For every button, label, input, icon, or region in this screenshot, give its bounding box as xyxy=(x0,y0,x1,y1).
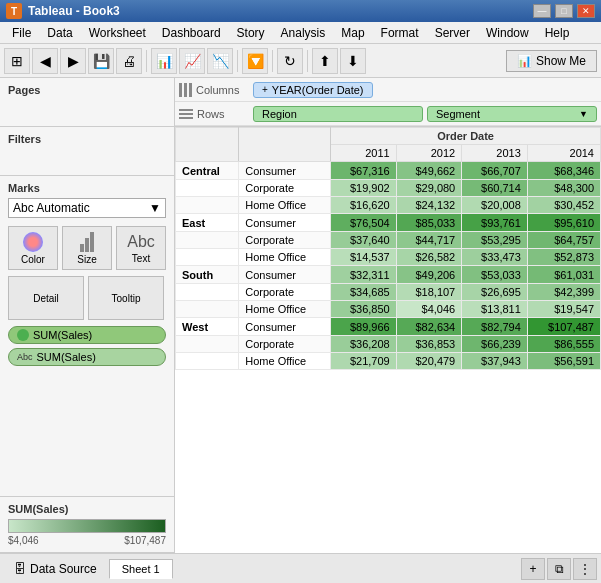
region-cell: East xyxy=(176,214,239,232)
region-cell xyxy=(176,197,239,214)
toolbar-filter-btn[interactable]: 🔽 xyxy=(242,48,268,74)
region-cell: Central xyxy=(176,162,239,180)
toolbar-grid-btn[interactable]: ⊞ xyxy=(4,48,30,74)
value-cell: $85,033 xyxy=(396,214,462,232)
toolbar-forward-btn[interactable]: ▶ xyxy=(60,48,86,74)
left-panel: Pages Filters Marks Abc Automatic ▼ Colo… xyxy=(0,78,175,553)
value-cell: $53,295 xyxy=(462,232,528,249)
toolbar-refresh-btn[interactable]: ↻ xyxy=(277,48,303,74)
segment-cell: Consumer xyxy=(239,266,331,284)
sum-sales-pill2[interactable]: Abc SUM(Sales) xyxy=(8,348,166,366)
sheet1-tab[interactable]: Sheet 1 xyxy=(109,559,173,579)
menu-window[interactable]: Window xyxy=(478,24,537,42)
sum-sales-pill1[interactable]: SUM(Sales) xyxy=(8,326,166,344)
show-me-button[interactable]: 📊 Show Me xyxy=(506,50,597,72)
duplicate-btn[interactable]: ⧉ xyxy=(547,558,571,580)
sheet-options-btn[interactable]: ⋮ xyxy=(573,558,597,580)
value-cell: $36,208 xyxy=(331,336,397,353)
order-date-header: Order Date xyxy=(331,128,601,145)
year-order-date-pill[interactable]: + YEAR(Order Date) xyxy=(253,82,373,98)
region-cell: South xyxy=(176,266,239,284)
segment-cell: Home Office xyxy=(239,249,331,266)
year-pill-icon: + xyxy=(262,84,268,95)
toolbar-back-btn[interactable]: ◀ xyxy=(32,48,58,74)
text-button[interactable]: Abc Text xyxy=(116,226,166,270)
new-sheet-btn[interactable]: + xyxy=(521,558,545,580)
sheet1-label: Sheet 1 xyxy=(122,563,160,575)
value-cell: $20,008 xyxy=(462,197,528,214)
size-label: Size xyxy=(77,254,96,265)
menu-worksheet[interactable]: Worksheet xyxy=(81,24,154,42)
segment-scroll: ▼ xyxy=(579,109,588,119)
table-row: Corporate$34,685$18,107$26,695$42,399 xyxy=(176,284,601,301)
color-scale xyxy=(8,519,166,533)
size-button[interactable]: Size xyxy=(62,226,112,270)
sum-sales-label1: SUM(Sales) xyxy=(33,329,92,341)
value-cell: $66,707 xyxy=(462,162,528,180)
value-cell: $48,300 xyxy=(527,180,600,197)
value-cell: $56,591 xyxy=(527,353,600,370)
value-cell: $66,239 xyxy=(462,336,528,353)
pages-label: Pages xyxy=(8,84,166,96)
maximize-button[interactable]: □ xyxy=(555,4,573,18)
value-cell: $14,537 xyxy=(331,249,397,266)
menu-map[interactable]: Map xyxy=(333,24,372,42)
value-cell: $36,853 xyxy=(396,336,462,353)
value-cell: $53,033 xyxy=(462,266,528,284)
value-cell: $19,547 xyxy=(527,301,600,318)
tooltip-button[interactable]: Tooltip xyxy=(88,276,164,320)
toolbar-sep1 xyxy=(146,50,147,72)
segment-cell: Corporate xyxy=(239,232,331,249)
color-button[interactable]: Color xyxy=(8,226,58,270)
toolbar-save-btn[interactable]: 💾 xyxy=(88,48,114,74)
region-pill[interactable]: Region xyxy=(253,106,423,122)
toolbar-chart2-btn[interactable]: 📈 xyxy=(179,48,205,74)
marks-dropdown[interactable]: Abc Automatic ▼ xyxy=(8,198,166,218)
size-icon xyxy=(80,232,94,252)
menu-dashboard[interactable]: Dashboard xyxy=(154,24,229,42)
tooltip-label: Tooltip xyxy=(112,293,141,304)
database-icon: 🗄 xyxy=(14,562,26,576)
detail-button[interactable]: Detail xyxy=(8,276,84,320)
toolbar-print-btn[interactable]: 🖨 xyxy=(116,48,142,74)
value-cell: $24,132 xyxy=(396,197,462,214)
menu-data[interactable]: Data xyxy=(39,24,80,42)
menu-format[interactable]: Format xyxy=(373,24,427,42)
toolbar-sort-btn[interactable]: ⬆ xyxy=(312,48,338,74)
value-cell: $30,452 xyxy=(527,197,600,214)
value-cell: $34,685 xyxy=(331,284,397,301)
menu-help[interactable]: Help xyxy=(537,24,578,42)
main-area: Pages Filters Marks Abc Automatic ▼ Colo… xyxy=(0,78,601,553)
columns-label: Columns xyxy=(179,83,249,97)
menu-story[interactable]: Story xyxy=(229,24,273,42)
rows-text: Rows xyxy=(197,108,225,120)
segment-pill[interactable]: Segment ▼ xyxy=(427,106,597,122)
table-row: CentralConsumer$67,316$49,662$66,707$68,… xyxy=(176,162,601,180)
color-scale-section: SUM(Sales) $4,046 $107,487 xyxy=(0,497,174,553)
menu-server[interactable]: Server xyxy=(427,24,478,42)
toolbar-group-btn[interactable]: ⬇ xyxy=(340,48,366,74)
rows-shelf: Rows Region Segment ▼ xyxy=(175,102,601,126)
menu-file[interactable]: File xyxy=(4,24,39,42)
minimize-button[interactable]: — xyxy=(533,4,551,18)
value-cell: $21,709 xyxy=(331,353,397,370)
color-icon xyxy=(23,232,43,252)
rows-label: Rows xyxy=(179,108,249,120)
shelf-area: Columns + YEAR(Order Date) Rows xyxy=(175,78,601,127)
toolbar-chart3-btn[interactable]: 📉 xyxy=(207,48,233,74)
columns-icon xyxy=(179,83,192,97)
value-cell: $64,757 xyxy=(527,232,600,249)
toolbar-chart-btn[interactable]: 📊 xyxy=(151,48,177,74)
sum-sales-title: SUM(Sales) xyxy=(8,503,166,515)
abc-icon: Abc xyxy=(17,352,33,362)
close-button[interactable]: ✕ xyxy=(577,4,595,18)
menu-analysis[interactable]: Analysis xyxy=(273,24,334,42)
value-cell: $18,107 xyxy=(396,284,462,301)
data-source-tab[interactable]: 🗄 Data Source xyxy=(4,559,107,579)
sum-dot xyxy=(17,329,29,341)
segment-pill-label: Segment xyxy=(436,108,480,120)
year-2014-header: 2014 xyxy=(527,145,600,162)
marks-dropdown-label: Abc Automatic xyxy=(13,201,90,215)
segment-cell: Corporate xyxy=(239,180,331,197)
region-cell: West xyxy=(176,318,239,336)
